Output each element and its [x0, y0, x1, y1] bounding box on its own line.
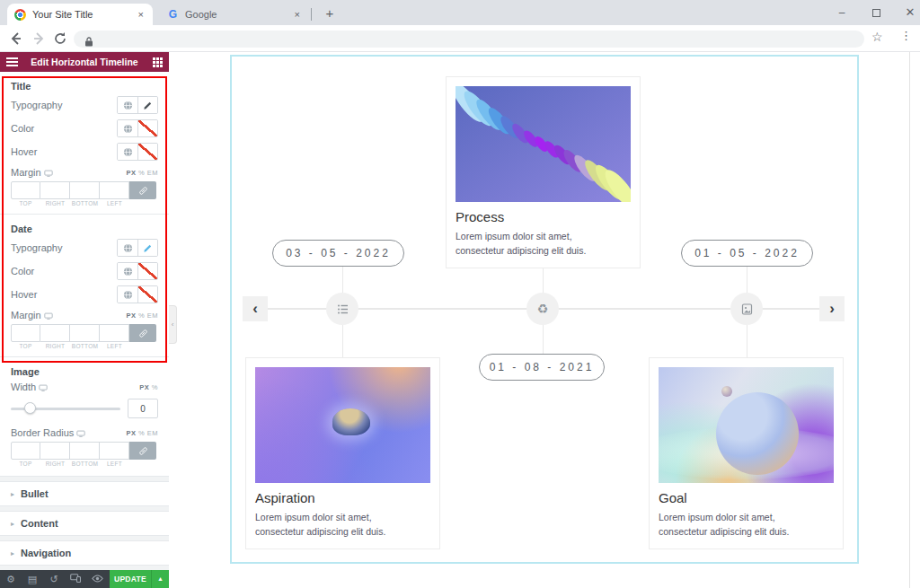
responsive-mode-icon[interactable] — [65, 570, 86, 588]
accordion-bullet[interactable]: ▸ Bullet — [0, 482, 169, 505]
widgets-grid-icon[interactable] — [146, 57, 169, 67]
document-image-icon — [741, 303, 753, 315]
unit-switcher[interactable]: PX % EM — [126, 312, 158, 320]
update-options-caret-icon[interactable]: ▲ — [151, 570, 169, 588]
tab-title: Your Site Title — [32, 9, 130, 20]
accordion-content[interactable]: ▸ Content — [0, 512, 169, 535]
timeline-bullet-recycle[interactable]: ♻ — [526, 293, 559, 325]
radius-bottom-input[interactable] — [70, 442, 100, 460]
browser-menu-icon[interactable]: ⋮ — [900, 29, 912, 42]
margin-box-labels: TOPRIGHTBOTTOMLEFT — [0, 342, 169, 353]
date-pill[interactable]: 01 - 08 - 2021 — [479, 354, 605, 381]
margin-inputs — [0, 181, 169, 199]
globe-icon[interactable] — [118, 263, 137, 279]
unit-switcher[interactable]: PX % EM — [126, 429, 158, 437]
card-title: Aspiration — [255, 490, 430, 505]
card-description: Lorem ipsum dolor sit amet, consectetur … — [255, 510, 417, 540]
globe-icon[interactable] — [118, 286, 137, 303]
width-slider[interactable] — [11, 402, 120, 415]
address-bar[interactable] — [74, 31, 864, 48]
edit-pencil-icon[interactable] — [137, 97, 157, 113]
timeline-card-aspiration[interactable]: Aspiration Lorem ipsum dolor sit amet, c… — [245, 357, 440, 549]
tab-your-site-title[interactable]: Your Site Title × — [7, 4, 153, 25]
panel-collapse-handle[interactable]: ‹ — [169, 305, 177, 344]
margin-bottom-input[interactable] — [70, 324, 100, 342]
margin-top-input[interactable] — [11, 181, 40, 199]
slider-handle[interactable] — [24, 402, 36, 414]
close-window-button[interactable]: ✕ — [895, 0, 920, 25]
navigator-icon[interactable]: ▤ — [22, 570, 43, 588]
width-value-input[interactable]: 0 — [128, 399, 158, 418]
color-picker-empty-icon[interactable] — [137, 144, 157, 160]
small-sphere-object — [721, 386, 732, 397]
link-values-button[interactable] — [129, 181, 156, 199]
timeline-bullet-document[interactable] — [730, 293, 763, 325]
margin-right-input[interactable] — [40, 324, 70, 342]
timeline-prev-button[interactable]: ‹ — [243, 296, 268, 321]
history-icon[interactable]: ↺ — [43, 570, 65, 588]
control-title-hover: Hover — [0, 140, 169, 163]
new-tab-button[interactable]: + — [318, 4, 341, 23]
forward-button[interactable] — [30, 30, 48, 48]
maximize-icon — [872, 9, 880, 17]
brain-object — [332, 408, 370, 435]
chrome-favicon-icon — [14, 9, 26, 21]
preview-eye-icon[interactable] — [86, 570, 108, 588]
timeline-card-process[interactable]: Process Lorem ipsum dolor sit amet, cons… — [446, 76, 641, 268]
date-pill[interactable]: 01 - 05 - 2022 — [681, 240, 813, 267]
timeline-next-button[interactable]: › — [819, 296, 845, 321]
section-heading-date: Date — [0, 215, 169, 236]
globe-icon[interactable] — [118, 240, 137, 256]
radius-left-input[interactable] — [100, 442, 129, 460]
reload-button[interactable] — [51, 30, 69, 48]
maximize-button[interactable] — [861, 0, 891, 25]
accordion-navigation[interactable]: ▸ Navigation — [0, 541, 169, 565]
minimize-button[interactable]: – — [827, 0, 857, 25]
link-values-button[interactable] — [129, 324, 156, 342]
list-icon — [337, 303, 349, 315]
margin-left-input[interactable] — [100, 181, 129, 199]
margin-top-input[interactable] — [11, 324, 40, 342]
caret-right-icon: ▸ — [11, 490, 14, 498]
control-date-hover: Hover — [0, 283, 169, 306]
margin-left-input[interactable] — [100, 324, 129, 342]
tab-google[interactable]: G Google × — [160, 4, 309, 25]
panel-title: Edit Horizontal Timeline — [23, 57, 146, 67]
globe-icon[interactable] — [118, 120, 137, 136]
timeline-card-goal[interactable]: Goal Lorem ipsum dolor sit amet, consect… — [649, 357, 844, 549]
hamburger-menu-icon[interactable] — [0, 56, 23, 68]
lock-icon — [84, 34, 93, 50]
globe-icon[interactable] — [118, 97, 137, 113]
link-values-button[interactable] — [129, 442, 156, 460]
unit-switcher[interactable]: PX % — [139, 383, 158, 391]
globe-icon[interactable] — [118, 144, 137, 160]
unit-switcher[interactable]: PX % EM — [126, 169, 158, 177]
margin-bottom-input[interactable] — [70, 181, 100, 199]
chevron-right-icon: › — [829, 300, 835, 318]
card-description: Lorem ipsum dolor sit amet, consectetur … — [659, 510, 820, 540]
margin-right-input[interactable] — [40, 181, 70, 199]
radius-top-input[interactable] — [11, 442, 40, 460]
chevron-left-icon: ‹ — [252, 300, 258, 318]
date-pill[interactable]: 03 - 05 - 2022 — [272, 240, 404, 267]
control-date-typography: Typography — [0, 236, 169, 259]
tab-close-icon[interactable]: × — [137, 9, 146, 20]
color-picker-empty-icon[interactable] — [137, 286, 157, 303]
tab-close-icon[interactable]: × — [293, 9, 302, 20]
color-picker-empty-icon[interactable] — [137, 120, 157, 136]
radius-right-input[interactable] — [40, 442, 70, 460]
section-heading-title: Title — [0, 72, 169, 93]
border-radius-inputs — [0, 442, 169, 460]
recycle-icon: ♻ — [537, 303, 549, 315]
settings-gear-icon[interactable]: ⚙ — [0, 570, 22, 588]
color-picker-empty-icon[interactable] — [137, 263, 157, 279]
section-heading-image: Image — [0, 357, 169, 379]
panel-header: Edit Horizontal Timeline — [0, 52, 169, 72]
edit-pencil-icon-active[interactable] — [137, 240, 157, 256]
card-title: Process — [456, 209, 631, 224]
update-button[interactable]: UPDATE — [110, 570, 151, 588]
back-button[interactable] — [7, 30, 25, 48]
bookmark-star-icon[interactable]: ☆ — [871, 30, 883, 44]
timeline-bullet-list[interactable] — [326, 293, 358, 325]
caret-right-icon: ▸ — [11, 520, 14, 528]
